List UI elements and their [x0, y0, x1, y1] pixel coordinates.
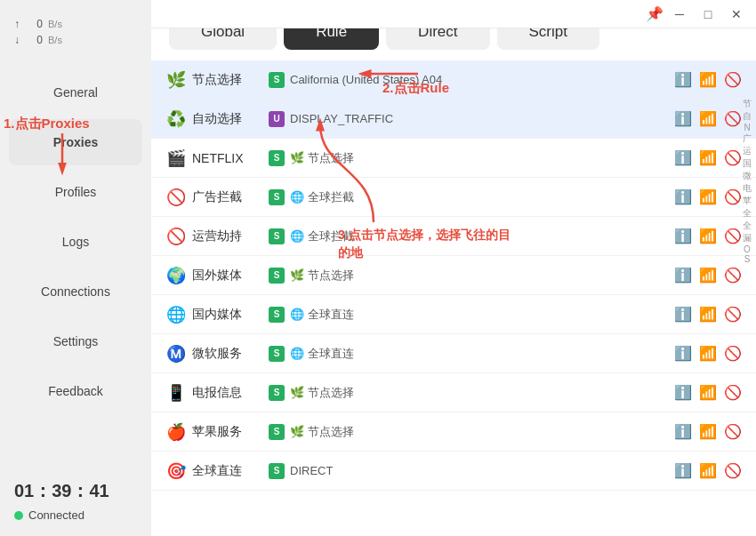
sidebar-item-settings[interactable]: Settings	[9, 318, 142, 364]
proxy-target-6: 🌐 全球直连	[290, 307, 669, 323]
minimize-button[interactable]: ─	[667, 2, 692, 27]
proxy-row-weifuanfuwu[interactable]: Ⓜ️ 微软服务 S 🌐 全球直连 ℹ️ 📶 🚫	[151, 334, 756, 373]
proxy-actions-8: ℹ️ 📶 🚫	[674, 384, 742, 401]
proxy-name-0: 节点选择	[192, 72, 263, 88]
proxy-icon-1: ♻️	[165, 109, 187, 129]
wifi-icon-8[interactable]: 📶	[699, 384, 717, 401]
upload-stat: ↑ 0 B/s	[14, 18, 137, 30]
target-icon-4: 🌐	[290, 229, 304, 243]
download-unit: B/s	[48, 35, 62, 45]
proxy-target-2: 🌿 节点选择	[290, 150, 669, 166]
info-icon-6[interactable]: ℹ️	[674, 306, 692, 323]
proxy-name-8: 电报信息	[192, 385, 263, 401]
proxy-row-guoneimeti[interactable]: 🌐 国内媒体 S 🌐 全球直连 ℹ️ 📶 🚫	[151, 295, 756, 334]
wifi-icon-7[interactable]: 📶	[699, 345, 717, 362]
proxy-target-8: 🌿 节点选择	[290, 385, 669, 401]
info-icon-4[interactable]: ℹ️	[674, 228, 692, 244]
wifi-icon-3[interactable]: 📶	[699, 188, 717, 205]
proxy-actions-5: ℹ️ 📶 🚫	[674, 267, 742, 284]
proxy-badge-4: S	[269, 228, 285, 244]
info-icon-2[interactable]: ℹ️	[674, 149, 692, 166]
time-display: 01：39：41	[14, 479, 137, 503]
sidebar: ↑ 0 B/s ↓ 0 B/s General Proxies Profiles…	[0, 0, 151, 536]
proxy-actions-7: ℹ️ 📶 🚫	[674, 345, 742, 362]
proxy-badge-10: S	[269, 463, 285, 479]
sidebar-bottom: 01：39：41 Connected	[0, 465, 151, 536]
sidebar-item-feedback[interactable]: Feedback	[9, 368, 142, 414]
eye-icon-0[interactable]: 🚫	[724, 71, 742, 88]
proxy-badge-9: S	[269, 424, 285, 440]
proxy-actions-4: ℹ️ 📶 🚫	[674, 228, 742, 244]
sidebar-item-profiles[interactable]: Profiles	[9, 169, 142, 215]
proxy-row-pingguo[interactable]: 🍎 苹果服务 S 🌿 节点选择 ℹ️ 📶 🚫	[151, 412, 756, 452]
proxy-row-zidongxuanze[interactable]: ♻️ 自动选择 U DISPLAY_TRAFFIC ℹ️ 📶 🚫	[151, 100, 756, 139]
titlebar: 📌 ─ □ ✕	[151, 0, 756, 28]
proxy-name-10: 全球直连	[192, 463, 263, 479]
proxy-list: 🌿 节点选择 S California (United States) A04 …	[151, 57, 756, 536]
upload-arrow-icon: ↑	[14, 18, 20, 30]
proxy-icon-9: 🍎	[165, 422, 187, 442]
target-icon-8: 🌿	[290, 386, 304, 399]
proxy-target-1: DISPLAY_TRAFFIC	[290, 112, 669, 125]
proxy-name-9: 苹果服务	[192, 424, 263, 440]
info-icon-9[interactable]: ℹ️	[674, 423, 692, 440]
proxy-row-guanggaolanjie[interactable]: 🚫 广告拦截 S 🌐 全球拦截 ℹ️ 📶 🚫	[151, 178, 756, 217]
proxy-row-jiedianxuanze[interactable]: 🌿 节点选择 S California (United States) A04 …	[151, 60, 756, 100]
info-icon-0[interactable]: ℹ️	[674, 71, 692, 88]
proxy-actions-6: ℹ️ 📶 🚫	[674, 306, 742, 323]
wifi-icon-0[interactable]: 📶	[699, 71, 717, 88]
close-button[interactable]: ✕	[724, 2, 749, 27]
proxy-icon-3: 🚫	[165, 188, 187, 207]
info-icon-3[interactable]: ℹ️	[674, 188, 692, 205]
sidebar-item-general[interactable]: General	[9, 69, 142, 116]
proxy-icon-10: 🎯	[165, 461, 187, 481]
sidebar-item-logs[interactable]: Logs	[9, 219, 142, 265]
wifi-icon-5[interactable]: 📶	[699, 267, 717, 284]
sidebar-item-connections[interactable]: Connections	[9, 268, 142, 315]
connection-status: Connected	[14, 508, 137, 522]
wifi-icon-10[interactable]: 📶	[699, 462, 717, 479]
proxy-name-5: 国外媒体	[192, 268, 263, 284]
proxy-row-quanqiuzhilian[interactable]: 🎯 全球直连 S DIRECT ℹ️ 📶 🚫	[151, 452, 756, 491]
proxy-row-dianbaoxinxi[interactable]: 📱 电报信息 S 🌿 节点选择 ℹ️ 📶 🚫	[151, 373, 756, 412]
target-icon-6: 🌐	[290, 308, 304, 321]
target-icon-2: 🌿	[290, 151, 304, 164]
proxy-icon-7: Ⓜ️	[165, 344, 187, 364]
proxy-badge-3: S	[269, 189, 285, 205]
info-icon-10[interactable]: ℹ️	[674, 462, 692, 479]
info-icon-7[interactable]: ℹ️	[674, 345, 692, 362]
proxy-icon-0: 🌿	[165, 70, 187, 90]
sidebar-item-proxies[interactable]: Proxies	[9, 119, 142, 165]
proxy-actions-1: ℹ️ 📶 🚫	[674, 110, 742, 127]
wifi-icon-1[interactable]: 📶	[699, 110, 717, 127]
proxy-actions-10: ℹ️ 📶 🚫	[674, 462, 742, 479]
wifi-icon-4[interactable]: 📶	[699, 228, 717, 244]
proxy-icon-8: 📱	[165, 383, 187, 403]
proxy-badge-7: S	[269, 346, 285, 362]
proxy-badge-6: S	[269, 307, 285, 323]
info-icon-1[interactable]: ℹ️	[674, 110, 692, 127]
wifi-icon-6[interactable]: 📶	[699, 306, 717, 323]
info-icon-5[interactable]: ℹ️	[674, 267, 692, 284]
proxy-name-2: NETFLIX	[192, 151, 263, 165]
stats-panel: ↑ 0 B/s ↓ 0 B/s	[0, 18, 151, 60]
maximize-button[interactable]: □	[696, 2, 720, 27]
proxy-row-guowaimeti[interactable]: 🌍 国外媒体 S 🌿 节点选择 ℹ️ 📶 🚫	[151, 256, 756, 295]
right-sidebar-labels: 节 自 N 广 运 国 微 电 苹 全 全 漏 O S	[738, 98, 756, 498]
target-icon-9: 🌿	[290, 425, 304, 438]
proxy-icon-4: 🚫	[165, 227, 187, 246]
upload-value: 0	[25, 18, 43, 30]
proxy-actions-9: ℹ️ 📶 🚫	[674, 423, 742, 440]
wifi-icon-9[interactable]: 📶	[699, 423, 717, 440]
target-icon-3: 🌐	[290, 190, 304, 204]
proxy-target-3: 🌐 全球拦截	[290, 189, 669, 205]
proxy-actions-3: ℹ️ 📶 🚫	[674, 188, 742, 205]
connection-label: Connected	[28, 508, 84, 522]
proxy-actions-0: ℹ️ 📶 🚫	[674, 71, 742, 88]
main-panel: Global Rule Direct Script 🌿 节点选择 S Calif…	[151, 0, 756, 536]
wifi-icon-2[interactable]: 📶	[699, 149, 717, 166]
proxy-name-4: 运营劫持	[192, 228, 263, 244]
proxy-row-yunyingjiezhi[interactable]: 🚫 运营劫持 S 🌐 全球拦截 ℹ️ 📶 🚫	[151, 217, 756, 256]
proxy-row-netflix[interactable]: 🎬 NETFLIX S 🌿 节点选择 ℹ️ 📶 🚫	[151, 139, 756, 178]
info-icon-8[interactable]: ℹ️	[674, 384, 692, 401]
